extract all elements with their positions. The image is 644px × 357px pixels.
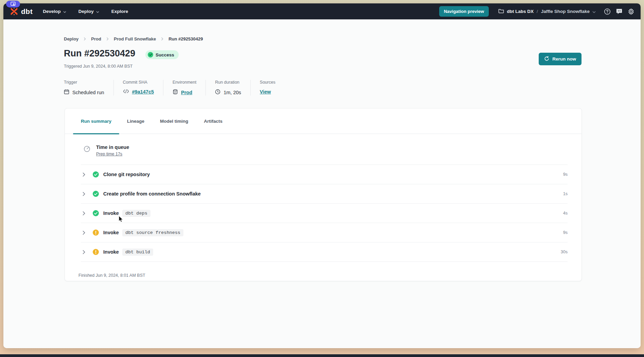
status-badge: Success bbox=[145, 50, 179, 59]
run-detail-page: Deploy Prod Prod Full Snowflake Run #292… bbox=[3, 19, 641, 348]
menu-deploy-label: Deploy bbox=[78, 9, 94, 14]
status-badge-label: Success bbox=[156, 52, 174, 57]
step-command-chip: dbt source freshness bbox=[122, 229, 183, 236]
chevron-right-icon[interactable] bbox=[83, 231, 90, 235]
success-check-icon bbox=[93, 171, 99, 177]
step-row-clone-git[interactable]: Clone git repository 9s bbox=[81, 165, 568, 184]
meta-trigger: Trigger Scheduled run bbox=[64, 80, 114, 96]
screen-share-icon bbox=[11, 1, 16, 7]
folder-icon bbox=[498, 8, 504, 15]
run-meta-row: Trigger Scheduled run Commit SHA #9a147c… bbox=[64, 80, 285, 96]
account-name: dbt Labs DX bbox=[507, 9, 534, 14]
screen-share-badge[interactable] bbox=[6, 1, 20, 7]
step-duration: 4s bbox=[563, 211, 568, 216]
step-duration: 9s bbox=[563, 172, 568, 177]
breadcrumb: Deploy Prod Prod Full Snowflake Run #292… bbox=[64, 36, 203, 41]
meta-environment-label: Environment bbox=[173, 80, 196, 85]
warning-icon bbox=[93, 249, 99, 255]
time-in-queue-text: Time in queue Prep time 17s bbox=[96, 144, 129, 156]
menu-develop[interactable]: Develop bbox=[43, 9, 66, 14]
tab-artifacts[interactable]: Artifacts bbox=[196, 108, 230, 134]
tab-run-summary[interactable]: Run summary bbox=[73, 108, 119, 134]
tab-bar: Run summary Lineage Model timing Artifac… bbox=[65, 108, 582, 134]
meta-duration-value: 1m, 20s bbox=[223, 90, 241, 95]
meta-commit-sha: Commit SHA #9a147c5 bbox=[114, 80, 164, 96]
step-row-dbt-deps[interactable]: Invoke dbt deps 4s bbox=[81, 204, 568, 223]
page-title: Run #292530429 bbox=[64, 48, 135, 59]
dbt-logo-text: dbt bbox=[21, 7, 33, 16]
dbt-logo[interactable]: dbt bbox=[10, 7, 33, 16]
chevron-right-icon[interactable] bbox=[83, 211, 90, 216]
step-duration: 30s bbox=[561, 250, 568, 254]
success-check-icon bbox=[93, 191, 99, 197]
finished-timestamp: Finished Jun 9, 2024, 8:01 AM BST bbox=[65, 262, 582, 278]
breadcrumb-run: Run #292530429 bbox=[168, 36, 203, 41]
warning-icon bbox=[93, 230, 99, 236]
breadcrumb-separator: / bbox=[537, 9, 538, 14]
meta-sources: Sources View bbox=[251, 80, 285, 96]
chevron-right-icon bbox=[161, 37, 163, 41]
time-in-queue-section: Time in queue Prep time 17s bbox=[81, 134, 568, 165]
step-label: Create profile from connection Snowflake bbox=[103, 191, 201, 197]
clock-icon bbox=[215, 89, 220, 96]
meta-run-duration: Run duration 1m, 20s bbox=[206, 80, 251, 96]
feedback-icon[interactable] bbox=[616, 8, 623, 15]
meta-trigger-label: Trigger bbox=[64, 80, 104, 85]
app-window: dbt Develop Deploy Explore Navigation pr… bbox=[3, 3, 641, 348]
prep-time-link[interactable]: Prep time 17s bbox=[96, 152, 129, 156]
dbt-logo-icon bbox=[10, 7, 19, 16]
menu-develop-label: Develop bbox=[43, 9, 61, 14]
breadcrumb-deploy[interactable]: Deploy bbox=[64, 36, 78, 41]
step-label: Invoke bbox=[103, 230, 119, 235]
code-icon bbox=[123, 89, 129, 95]
step-label: Invoke bbox=[103, 210, 119, 216]
meta-sources-label: Sources bbox=[260, 80, 275, 85]
triggered-timestamp: Triggered Jun 9, 2024, 8:00 AM BST bbox=[64, 64, 132, 69]
project-name: Jaffle Shop Snowflake bbox=[541, 9, 590, 14]
desktop-background: dbt Develop Deploy Explore Navigation pr… bbox=[0, 0, 644, 357]
rerun-now-button[interactable]: Rerun now bbox=[539, 53, 582, 65]
database-icon bbox=[173, 89, 178, 96]
step-duration: 1s bbox=[563, 191, 568, 196]
step-list: Clone git repository 9s Create profile f… bbox=[81, 165, 568, 262]
step-command-chip: dbt deps bbox=[122, 210, 150, 217]
top-navbar: dbt Develop Deploy Explore Navigation pr… bbox=[3, 3, 641, 19]
menu-explore[interactable]: Explore bbox=[111, 9, 128, 14]
step-row-dbt-source-freshness[interactable]: Invoke dbt source freshness 9s bbox=[81, 223, 568, 242]
tab-lineage[interactable]: Lineage bbox=[119, 108, 152, 134]
meta-duration-label: Run duration bbox=[215, 80, 241, 85]
step-row-dbt-build[interactable]: Invoke dbt build 30s bbox=[81, 242, 568, 262]
chevron-right-icon bbox=[84, 37, 86, 41]
run-summary-card: Run summary Lineage Model timing Artifac… bbox=[65, 108, 582, 281]
queued-clock-icon bbox=[84, 146, 90, 154]
calendar-icon bbox=[64, 89, 69, 96]
success-check-icon bbox=[148, 52, 153, 57]
step-row-create-profile[interactable]: Create profile from connection Snowflake… bbox=[81, 184, 568, 204]
taskbar-strip bbox=[0, 354, 644, 357]
breadcrumb-prod[interactable]: Prod bbox=[91, 36, 101, 41]
time-in-queue-title: Time in queue bbox=[96, 144, 129, 150]
help-icon[interactable] bbox=[604, 8, 611, 15]
chevron-right-icon bbox=[106, 37, 109, 41]
step-label: Clone git repository bbox=[103, 172, 150, 177]
chevron-down-icon bbox=[592, 8, 596, 15]
chevron-right-icon[interactable] bbox=[83, 192, 90, 196]
commit-sha-link[interactable]: #9a147c5 bbox=[132, 89, 154, 95]
environment-link[interactable]: Prod bbox=[181, 90, 192, 95]
success-check-icon bbox=[93, 210, 99, 216]
navigation-preview-button[interactable]: Navigation preview bbox=[439, 6, 489, 17]
step-command-chip: dbt build bbox=[122, 249, 153, 256]
menu-deploy[interactable]: Deploy bbox=[78, 9, 99, 14]
tab-model-timing[interactable]: Model timing bbox=[152, 108, 196, 134]
project-breadcrumb[interactable]: dbt Labs DX / Jaffle Shop Snowflake bbox=[498, 8, 596, 15]
meta-environment: Environment Prod bbox=[163, 80, 206, 96]
chevron-down-icon bbox=[96, 9, 99, 14]
sources-view-link[interactable]: View bbox=[260, 89, 271, 95]
chevron-down-icon bbox=[63, 9, 66, 14]
meta-commit-label: Commit SHA bbox=[123, 80, 154, 85]
settings-gear-icon[interactable] bbox=[628, 8, 634, 15]
chevron-right-icon[interactable] bbox=[83, 250, 90, 254]
breadcrumb-job[interactable]: Prod Full Snowflake bbox=[114, 36, 156, 41]
step-label: Invoke bbox=[103, 249, 119, 255]
chevron-right-icon[interactable] bbox=[83, 172, 90, 177]
